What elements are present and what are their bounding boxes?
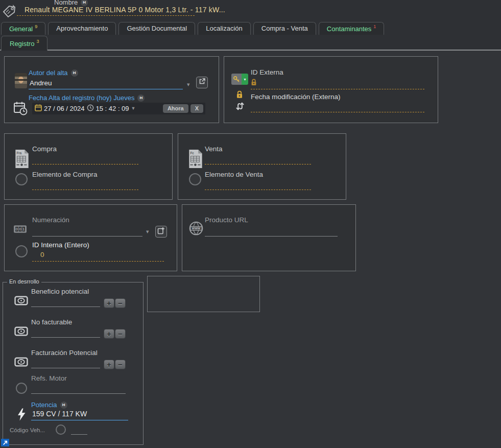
tab-aprovechamiento[interactable]: Aprovechamiento bbox=[48, 22, 116, 35]
id-externa-panel: ▾ ID Externa Fecha modificación (Externa… bbox=[224, 56, 438, 123]
history-badge-icon[interactable]: H bbox=[71, 69, 78, 77]
codigo-veh-label: Código Veh... bbox=[10, 427, 45, 433]
producto-url-input[interactable] bbox=[205, 236, 338, 237]
no-facturable-label: No facturable bbox=[31, 318, 72, 326]
no-facturable-minus-button[interactable]: − bbox=[115, 329, 126, 339]
beneficio-minus-button[interactable]: − bbox=[115, 298, 126, 308]
add-new-icon bbox=[157, 227, 165, 237]
svg-text:0: 0 bbox=[19, 227, 21, 231]
autor-input-underline bbox=[29, 89, 183, 89]
venta-panel: Fc Venta Elemento de Venta bbox=[178, 133, 346, 200]
now-button[interactable]: Ahora bbox=[163, 104, 188, 113]
money-icon bbox=[14, 357, 28, 369]
elemento-venta-input[interactable] bbox=[205, 190, 311, 190]
elemento-compra-icon[interactable] bbox=[15, 173, 28, 185]
facturacion-potencial-label: Facturación Potencial bbox=[31, 349, 98, 357]
en-desarrollo-group: En desrrollo Beneficio potencial + − No … bbox=[3, 282, 144, 445]
counter-icon: 0 0 1 bbox=[13, 224, 27, 237]
elemento-compra-input[interactable] bbox=[32, 190, 138, 190]
facturacion-plus-button[interactable]: + bbox=[104, 360, 114, 369]
time-value[interactable]: 15 : 42 : 09 bbox=[96, 105, 129, 112]
svg-text:Fra: Fra bbox=[16, 151, 21, 155]
numeracion-panel: 0 0 1 Numeración ▾ ID Interna (Entero) 0 bbox=[4, 204, 177, 271]
tab-contaminantes-badge: 1 bbox=[373, 24, 376, 29]
calendar-clock-icon bbox=[13, 101, 28, 117]
add-numeracion-button[interactable] bbox=[155, 226, 167, 238]
header-bar: NombreH Renault MEGANE IV BERLINA 5P 0 M… bbox=[0, 0, 501, 51]
clock-icon bbox=[87, 104, 94, 113]
numeracion-input[interactable] bbox=[32, 236, 142, 237]
fecha-modificacion-input[interactable] bbox=[251, 112, 424, 112]
key-button[interactable]: ▾ bbox=[231, 74, 248, 85]
history-badge-icon[interactable]: H bbox=[137, 95, 145, 102]
svg-text:WWW: WWW bbox=[192, 227, 201, 230]
main-tabs: General9 Aprovechamiento Gestión Documen… bbox=[1, 22, 384, 35]
refs-motor-input[interactable] bbox=[31, 393, 126, 394]
date-value[interactable]: 27 / 06 / 2024 bbox=[44, 105, 85, 112]
empty-panel bbox=[147, 276, 260, 312]
venta-input[interactable] bbox=[205, 164, 311, 164]
globe-www-icon: WWW bbox=[188, 221, 204, 238]
svg-text:1: 1 bbox=[22, 227, 25, 231]
tab-general[interactable]: General9 bbox=[1, 22, 45, 35]
datetime-dropdown-icon[interactable]: ▼ bbox=[131, 106, 136, 111]
codigo-veh-icon[interactable] bbox=[56, 425, 66, 435]
beneficio-plus-button[interactable]: + bbox=[104, 298, 114, 308]
lock-icon bbox=[236, 90, 243, 101]
name-underline bbox=[17, 15, 195, 16]
tab-registro-badge: 3 bbox=[36, 39, 39, 44]
elemento-venta-icon[interactable] bbox=[189, 173, 201, 185]
producto-url-label: Producto URL bbox=[205, 216, 248, 224]
calendar-icon bbox=[35, 104, 42, 113]
id-externa-input[interactable] bbox=[251, 89, 424, 89]
clear-date-button[interactable]: X bbox=[190, 104, 203, 113]
tab-contaminantes[interactable]: Contaminantes1 bbox=[319, 22, 384, 35]
key-dropdown-icon[interactable]: ▾ bbox=[242, 74, 248, 85]
open-author-button[interactable] bbox=[196, 77, 208, 88]
fecha-alta-label: Fecha Alta del registro (hoy) JuevesH bbox=[29, 93, 145, 102]
tag-icon bbox=[2, 4, 17, 20]
tab-gestion-documental[interactable]: Gestión Documental bbox=[118, 22, 195, 35]
history-badge-icon[interactable]: H bbox=[81, 0, 88, 6]
autor-input[interactable]: Andreu bbox=[30, 79, 52, 87]
potencia-value[interactable]: 159 CV / 117 KW bbox=[32, 410, 87, 418]
codigo-veh-input[interactable] bbox=[71, 434, 87, 435]
vehicle-name-value[interactable]: Renault MEGANE IV BERLINA 5P 0 Motor 1,3… bbox=[25, 6, 225, 14]
en-desarrollo-legend: En desrrollo bbox=[7, 278, 41, 285]
tab-localizacion[interactable]: Localización bbox=[198, 22, 251, 35]
no-facturable-plus-button[interactable]: + bbox=[104, 329, 114, 339]
money-icon bbox=[14, 296, 28, 308]
invoice-document-icon: Fra bbox=[14, 149, 30, 171]
svg-text:0: 0 bbox=[16, 227, 18, 231]
facturacion-potencial-input[interactable] bbox=[31, 368, 100, 368]
no-facturable-input[interactable] bbox=[31, 337, 100, 338]
author-avatar[interactable] bbox=[15, 73, 27, 88]
lock-icon bbox=[251, 79, 257, 88]
compra-panel: Fra Compra Elemento de Compra bbox=[4, 133, 173, 200]
shortcut-link-icon[interactable] bbox=[1, 439, 9, 446]
potencia-underline bbox=[31, 420, 128, 420]
potencia-label: PotenciaH bbox=[31, 400, 67, 409]
numeracion-label: Numeración bbox=[32, 216, 69, 224]
id-interna-underline bbox=[32, 261, 164, 262]
id-interna-icon[interactable] bbox=[15, 245, 28, 257]
history-badge-icon[interactable]: H bbox=[60, 402, 67, 409]
compra-input[interactable] bbox=[32, 164, 138, 164]
autor-dropdown-icon[interactable]: ▾ bbox=[187, 82, 190, 87]
beneficio-potencial-input[interactable] bbox=[31, 306, 100, 307]
autor-del-alta-panel: Autor del altaH Andreu ▾ Fecha Alta del … bbox=[4, 56, 219, 123]
autor-label: Autor del altaH bbox=[29, 68, 78, 77]
refs-motor-icon[interactable] bbox=[16, 383, 27, 394]
tab-registro[interactable]: Registro3 bbox=[1, 36, 47, 51]
lightning-icon bbox=[16, 408, 27, 423]
id-interna-label: ID Interna (Entero) bbox=[32, 241, 89, 249]
id-interna-value[interactable]: 0 bbox=[40, 251, 44, 258]
key-icon bbox=[231, 74, 242, 85]
facturacion-minus-button[interactable]: − bbox=[115, 360, 126, 369]
fecha-alta-datebar[interactable]: 27 / 06 / 2024 15 : 42 : 09 ▼ Ahora X bbox=[32, 103, 205, 114]
venta-label: Venta bbox=[205, 145, 223, 153]
money-icon bbox=[14, 326, 28, 338]
tab-general-badge: 9 bbox=[35, 24, 37, 29]
tab-compra-venta[interactable]: Compra - Venta bbox=[253, 22, 316, 35]
numeracion-dropdown-icon[interactable]: ▾ bbox=[146, 229, 149, 234]
